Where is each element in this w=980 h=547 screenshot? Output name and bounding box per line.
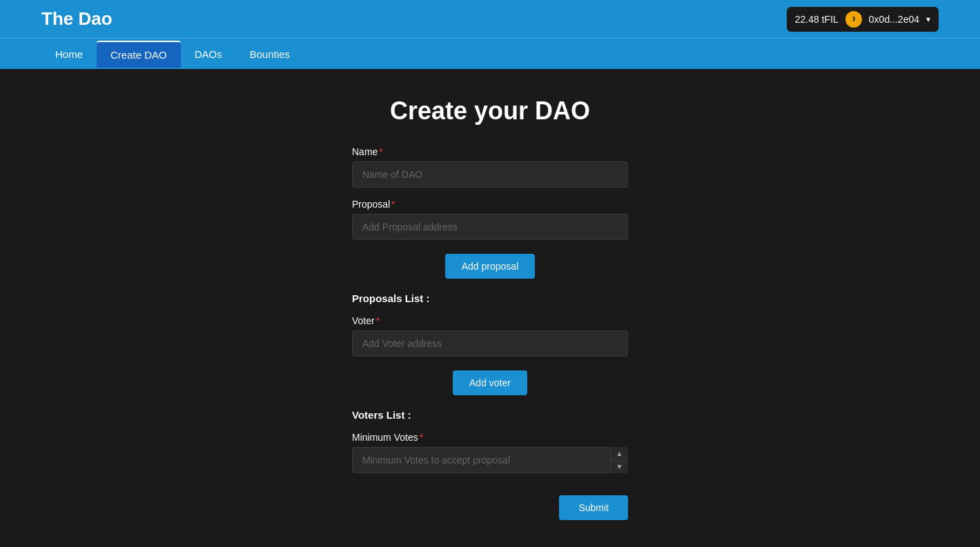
name-group: Name* — [352, 146, 628, 188]
add-voter-button[interactable]: Add voter — [453, 370, 527, 395]
proposal-label: Proposal* — [352, 199, 628, 210]
wallet-widget[interactable]: 22.48 tFIL ₿ 0x0d...2e04 ▾ — [787, 7, 939, 32]
main-content: Create your DAO Name* Proposal* Add prop… — [0, 69, 980, 547]
spinner-down-button[interactable]: ▼ — [611, 461, 628, 474]
wallet-icon: ₿ — [845, 11, 862, 28]
chevron-down-icon: ▾ — [926, 14, 930, 24]
name-label: Name* — [352, 146, 628, 157]
nav-item-create-dao[interactable]: Create DAO — [97, 41, 181, 68]
app-title: The Dao — [41, 8, 112, 30]
header: The Dao 22.48 tFIL ₿ 0x0d...2e04 ▾ — [0, 0, 980, 38]
name-input[interactable] — [352, 161, 628, 188]
nav-item-daos[interactable]: DAOs — [181, 41, 236, 67]
proposal-group: Proposal* — [352, 199, 628, 240]
add-proposal-button[interactable]: Add proposal — [445, 254, 536, 279]
wallet-address: 0x0d...2e04 — [869, 14, 919, 25]
page-title: Create your DAO — [390, 97, 590, 126]
svg-text:₿: ₿ — [852, 16, 854, 21]
voter-group: Voter* — [352, 315, 628, 357]
nav-item-home[interactable]: Home — [41, 41, 97, 67]
nav-item-bounties[interactable]: Bounties — [236, 41, 304, 67]
submit-row: Submit — [352, 490, 628, 520]
add-proposal-row: Add proposal — [352, 251, 628, 284]
spinner-up-button[interactable]: ▲ — [611, 447, 628, 461]
create-dao-form: Name* Proposal* Add proposal Proposals L… — [352, 146, 628, 520]
name-required-star: * — [379, 146, 382, 157]
min-votes-group: Minimum Votes* ▲ ▼ — [352, 432, 628, 473]
proposal-input[interactable] — [352, 214, 628, 240]
min-votes-wrapper: ▲ ▼ — [352, 447, 628, 473]
main-nav: Home Create DAO DAOs Bounties — [0, 38, 980, 69]
min-votes-label: Minimum Votes* — [352, 432, 628, 443]
min-votes-required-star: * — [420, 432, 423, 443]
add-voter-row: Add voter — [352, 368, 628, 401]
submit-button[interactable]: Submit — [559, 495, 628, 520]
voter-input[interactable] — [352, 330, 628, 357]
voter-required-star: * — [376, 315, 380, 326]
proposals-list-label: Proposals List : — [352, 292, 628, 304]
voter-label: Voter* — [352, 315, 628, 326]
wallet-balance: 22.48 tFIL — [795, 14, 839, 25]
proposal-required-star: * — [391, 199, 395, 210]
min-votes-input[interactable] — [352, 447, 628, 473]
voters-list-label: Voters List : — [352, 409, 628, 421]
spinner-buttons: ▲ ▼ — [610, 447, 628, 473]
